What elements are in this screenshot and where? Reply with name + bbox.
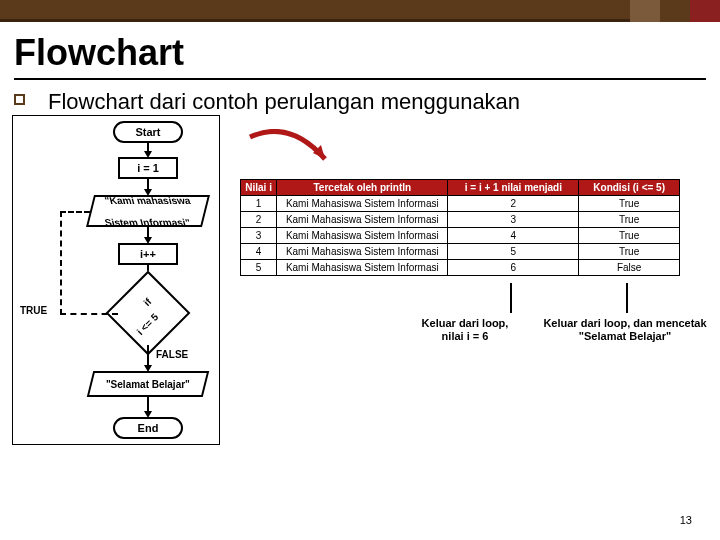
body-text: Flowchart dari contoh perulangan menggun… bbox=[48, 88, 520, 117]
table-header-row: Nilai i Tercetak oleh println i = i + 1 … bbox=[241, 179, 680, 195]
th-nilai-i: Nilai i bbox=[241, 179, 277, 195]
curved-arrow-icon bbox=[245, 129, 335, 169]
th-kondisi: Kondisi (i <= 5) bbox=[579, 179, 680, 195]
table-row: 3 Kami Mahasiswa Sistem Informasi 4 True bbox=[241, 227, 680, 243]
title-rule bbox=[14, 78, 706, 80]
annotation-1: Keluar dari loop,nilai i = 6 bbox=[400, 317, 530, 343]
content-area: Start i = 1 "Kami mahasiswaSistem Inform… bbox=[0, 117, 720, 527]
slide-number: 13 bbox=[680, 514, 692, 526]
th-tercetak: Tercetak oleh println bbox=[277, 179, 448, 195]
flowchart: Start i = 1 "Kami mahasiswaSistem Inform… bbox=[18, 117, 228, 497]
table-row: 5 Kami Mahasiswa Sistem Informasi 6 Fals… bbox=[241, 259, 680, 275]
slide-title: Flowchart bbox=[0, 22, 720, 78]
body-bullet-row: Flowchart dari contoh perulangan menggun… bbox=[0, 88, 720, 117]
slide-top-bar bbox=[0, 0, 720, 22]
bullet-marker bbox=[14, 88, 48, 117]
table-row: 2 Kami Mahasiswa Sistem Informasi 3 True bbox=[241, 211, 680, 227]
table-row: 1 Kami Mahasiswa Sistem Informasi 2 True bbox=[241, 195, 680, 211]
th-i-plus-1: i = i + 1 nilai menjadi bbox=[448, 179, 579, 195]
trace-table: Nilai i Tercetak oleh println i = i + 1 … bbox=[240, 179, 680, 276]
table-row: 4 Kami Mahasiswa Sistem Informasi 5 True bbox=[241, 243, 680, 259]
annotation-2: Keluar dari loop, dan mencetak"Selamat B… bbox=[540, 317, 710, 343]
topbar-accent bbox=[630, 0, 720, 22]
